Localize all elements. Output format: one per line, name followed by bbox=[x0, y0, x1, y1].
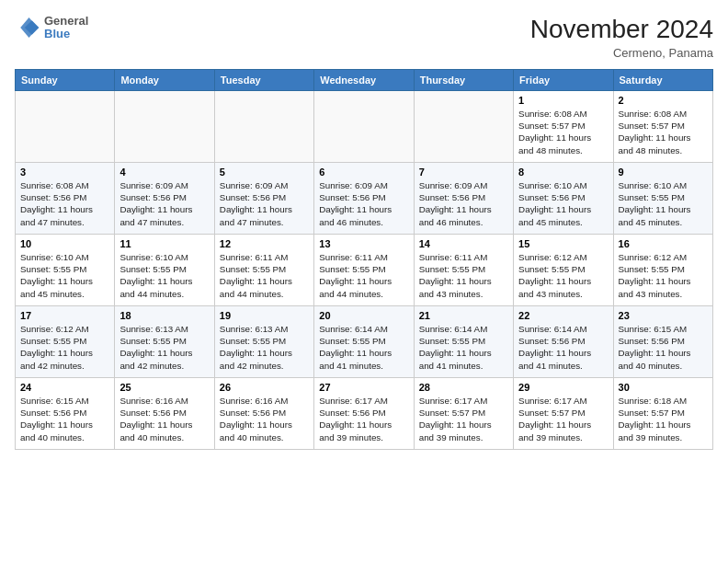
day-number: 10 bbox=[20, 238, 109, 249]
calendar-header-sunday: Sunday bbox=[16, 70, 115, 91]
day-info: Sunrise: 6:18 AMSunset: 5:57 PMDaylight:… bbox=[619, 395, 708, 443]
day-number: 11 bbox=[119, 238, 209, 249]
day-info: Sunrise: 6:10 AMSunset: 5:55 PMDaylight:… bbox=[20, 251, 109, 300]
calendar-cell: 11Sunrise: 6:10 AMSunset: 5:55 PMDayligh… bbox=[115, 235, 214, 306]
logo-icon bbox=[15, 15, 40, 40]
calendar-cell: 18Sunrise: 6:13 AMSunset: 5:55 PMDayligh… bbox=[115, 306, 214, 378]
day-info: Sunrise: 6:08 AMSunset: 5:57 PMDaylight:… bbox=[619, 108, 708, 156]
calendar-cell bbox=[414, 91, 513, 163]
day-number: 8 bbox=[518, 167, 608, 178]
day-number: 12 bbox=[220, 238, 309, 249]
day-number: 30 bbox=[619, 382, 708, 393]
calendar-cell bbox=[115, 91, 214, 163]
calendar-header-thursday: Thursday bbox=[414, 70, 513, 91]
page: General Blue November 2024 Cermeno, Pana… bbox=[0, 0, 728, 459]
day-number: 29 bbox=[518, 382, 608, 393]
day-number: 21 bbox=[419, 310, 508, 321]
calendar-cell: 27Sunrise: 6:17 AMSunset: 5:56 PMDayligh… bbox=[314, 378, 414, 450]
calendar-week-1: 1Sunrise: 6:08 AMSunset: 5:57 PMDaylight… bbox=[16, 91, 713, 163]
day-number: 16 bbox=[619, 238, 708, 249]
day-number: 28 bbox=[419, 382, 508, 393]
day-info: Sunrise: 6:15 AMSunset: 5:56 PMDaylight:… bbox=[20, 395, 109, 443]
logo: General Blue bbox=[15, 15, 88, 41]
day-info: Sunrise: 6:16 AMSunset: 5:56 PMDaylight:… bbox=[119, 395, 209, 443]
day-info: Sunrise: 6:12 AMSunset: 5:55 PMDaylight:… bbox=[619, 251, 708, 300]
calendar-cell: 3Sunrise: 6:08 AMSunset: 5:56 PMDaylight… bbox=[16, 163, 115, 235]
calendar-cell: 16Sunrise: 6:12 AMSunset: 5:55 PMDayligh… bbox=[613, 235, 712, 306]
day-info: Sunrise: 6:16 AMSunset: 5:56 PMDaylight:… bbox=[220, 395, 309, 443]
calendar-cell bbox=[16, 91, 115, 163]
logo-line2: Blue bbox=[44, 28, 88, 40]
day-info: Sunrise: 6:08 AMSunset: 5:56 PMDaylight:… bbox=[20, 179, 109, 228]
day-number: 3 bbox=[20, 167, 109, 178]
title-block: November 2024 Cermeno, Panama bbox=[530, 15, 713, 60]
calendar-header-row: SundayMondayTuesdayWednesdayThursdayFrid… bbox=[16, 70, 713, 91]
day-info: Sunrise: 6:12 AMSunset: 5:55 PMDaylight:… bbox=[20, 323, 109, 372]
day-number: 6 bbox=[319, 167, 408, 178]
day-info: Sunrise: 6:11 AMSunset: 5:55 PMDaylight:… bbox=[419, 251, 508, 300]
day-info: Sunrise: 6:14 AMSunset: 5:55 PMDaylight:… bbox=[419, 323, 508, 372]
calendar-cell: 2Sunrise: 6:08 AMSunset: 5:57 PMDaylight… bbox=[613, 91, 712, 163]
calendar-cell: 1Sunrise: 6:08 AMSunset: 5:57 PMDaylight… bbox=[514, 91, 613, 163]
day-number: 7 bbox=[419, 167, 508, 178]
day-number: 25 bbox=[119, 382, 209, 393]
calendar-cell: 14Sunrise: 6:11 AMSunset: 5:55 PMDayligh… bbox=[414, 235, 513, 306]
calendar-cell: 30Sunrise: 6:18 AMSunset: 5:57 PMDayligh… bbox=[613, 378, 712, 450]
calendar-cell bbox=[214, 91, 313, 163]
day-info: Sunrise: 6:09 AMSunset: 5:56 PMDaylight:… bbox=[319, 179, 408, 228]
calendar-cell: 26Sunrise: 6:16 AMSunset: 5:56 PMDayligh… bbox=[214, 378, 313, 450]
calendar-week-2: 3Sunrise: 6:08 AMSunset: 5:56 PMDaylight… bbox=[16, 163, 713, 235]
calendar-week-4: 17Sunrise: 6:12 AMSunset: 5:55 PMDayligh… bbox=[16, 306, 713, 378]
day-number: 14 bbox=[419, 238, 508, 249]
day-info: Sunrise: 6:14 AMSunset: 5:56 PMDaylight:… bbox=[518, 323, 608, 372]
calendar-cell: 29Sunrise: 6:17 AMSunset: 5:57 PMDayligh… bbox=[514, 378, 613, 450]
calendar-cell: 4Sunrise: 6:09 AMSunset: 5:56 PMDaylight… bbox=[115, 163, 214, 235]
calendar-cell: 5Sunrise: 6:09 AMSunset: 5:56 PMDaylight… bbox=[214, 163, 313, 235]
calendar-header-monday: Monday bbox=[115, 70, 214, 91]
day-info: Sunrise: 6:09 AMSunset: 5:56 PMDaylight:… bbox=[220, 179, 309, 228]
calendar-cell: 7Sunrise: 6:09 AMSunset: 5:56 PMDaylight… bbox=[414, 163, 513, 235]
calendar-cell: 8Sunrise: 6:10 AMSunset: 5:56 PMDaylight… bbox=[514, 163, 613, 235]
day-number: 9 bbox=[619, 167, 708, 178]
day-number: 4 bbox=[119, 167, 209, 178]
calendar-cell: 19Sunrise: 6:13 AMSunset: 5:55 PMDayligh… bbox=[214, 306, 313, 378]
day-info: Sunrise: 6:17 AMSunset: 5:57 PMDaylight:… bbox=[518, 395, 608, 443]
calendar-cell bbox=[314, 91, 414, 163]
calendar-cell: 12Sunrise: 6:11 AMSunset: 5:55 PMDayligh… bbox=[214, 235, 313, 306]
day-info: Sunrise: 6:15 AMSunset: 5:56 PMDaylight:… bbox=[619, 323, 708, 372]
calendar-cell: 24Sunrise: 6:15 AMSunset: 5:56 PMDayligh… bbox=[16, 378, 115, 450]
calendar-cell: 23Sunrise: 6:15 AMSunset: 5:56 PMDayligh… bbox=[613, 306, 712, 378]
calendar-header-wednesday: Wednesday bbox=[314, 70, 414, 91]
logo-text: General Blue bbox=[44, 15, 88, 41]
day-info: Sunrise: 6:13 AMSunset: 5:55 PMDaylight:… bbox=[220, 323, 309, 372]
month-title: November 2024 bbox=[530, 15, 713, 44]
calendar-cell: 9Sunrise: 6:10 AMSunset: 5:55 PMDaylight… bbox=[613, 163, 712, 235]
day-info: Sunrise: 6:11 AMSunset: 5:55 PMDaylight:… bbox=[220, 251, 309, 300]
calendar-cell: 6Sunrise: 6:09 AMSunset: 5:56 PMDaylight… bbox=[314, 163, 414, 235]
day-info: Sunrise: 6:11 AMSunset: 5:55 PMDaylight:… bbox=[319, 251, 408, 300]
day-number: 20 bbox=[319, 310, 408, 321]
day-info: Sunrise: 6:09 AMSunset: 5:56 PMDaylight:… bbox=[419, 179, 508, 228]
day-number: 5 bbox=[220, 167, 309, 178]
logo-line1: General bbox=[44, 15, 88, 28]
calendar-cell: 15Sunrise: 6:12 AMSunset: 5:55 PMDayligh… bbox=[514, 235, 613, 306]
day-info: Sunrise: 6:08 AMSunset: 5:57 PMDaylight:… bbox=[518, 108, 608, 156]
calendar-table: SundayMondayTuesdayWednesdayThursdayFrid… bbox=[15, 69, 713, 450]
day-number: 22 bbox=[518, 310, 608, 321]
day-info: Sunrise: 6:14 AMSunset: 5:55 PMDaylight:… bbox=[319, 323, 408, 372]
day-info: Sunrise: 6:10 AMSunset: 5:55 PMDaylight:… bbox=[119, 251, 209, 300]
day-info: Sunrise: 6:12 AMSunset: 5:55 PMDaylight:… bbox=[518, 251, 608, 300]
calendar-week-3: 10Sunrise: 6:10 AMSunset: 5:55 PMDayligh… bbox=[16, 235, 713, 306]
day-number: 26 bbox=[220, 382, 309, 393]
calendar-header-friday: Friday bbox=[514, 70, 613, 91]
calendar-week-5: 24Sunrise: 6:15 AMSunset: 5:56 PMDayligh… bbox=[16, 378, 713, 450]
calendar-header-tuesday: Tuesday bbox=[214, 70, 313, 91]
calendar-cell: 13Sunrise: 6:11 AMSunset: 5:55 PMDayligh… bbox=[314, 235, 414, 306]
day-info: Sunrise: 6:17 AMSunset: 5:57 PMDaylight:… bbox=[419, 395, 508, 443]
day-number: 24 bbox=[20, 382, 109, 393]
calendar-cell: 21Sunrise: 6:14 AMSunset: 5:55 PMDayligh… bbox=[414, 306, 513, 378]
day-info: Sunrise: 6:10 AMSunset: 5:55 PMDaylight:… bbox=[619, 179, 708, 228]
calendar-cell: 20Sunrise: 6:14 AMSunset: 5:55 PMDayligh… bbox=[314, 306, 414, 378]
calendar-cell: 10Sunrise: 6:10 AMSunset: 5:55 PMDayligh… bbox=[16, 235, 115, 306]
day-info: Sunrise: 6:13 AMSunset: 5:55 PMDaylight:… bbox=[119, 323, 209, 372]
